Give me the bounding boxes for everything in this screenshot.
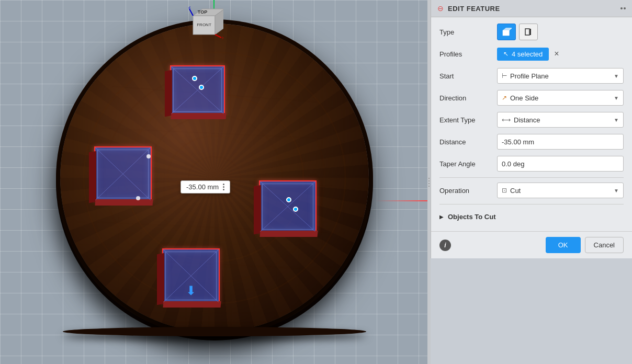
svg-rect-33	[525, 29, 529, 35]
direction-select-value: One Side	[510, 94, 538, 102]
extent-type-select-value: Distance	[514, 116, 540, 124]
orientation-cube[interactable]: TOP FRONT Z X	[187, 6, 223, 40]
taper-angle-input[interactable]	[497, 156, 624, 172]
down-arrow-icon: ⬇	[186, 283, 196, 298]
extent-type-select-text: ⟷ Distance	[502, 116, 614, 124]
type-button-extrude[interactable]	[497, 24, 516, 40]
type-label: Type	[439, 28, 497, 36]
svg-line-5	[189, 9, 193, 16]
taper-angle-row: Taper Angle	[439, 155, 624, 172]
profiles-button[interactable]: ↖ 4 selected	[497, 48, 549, 61]
collapsible-arrow-icon: ▶	[439, 214, 444, 220]
profiles-selected-text: 4 selected	[512, 50, 543, 58]
svg-text:X: X	[222, 36, 223, 40]
3d-viewport[interactable]: TOP FRONT Z X	[0, 0, 427, 364]
distance-row: Distance	[439, 133, 624, 150]
distance-value	[497, 134, 624, 150]
table-disc: ⬇	[60, 24, 369, 332]
extent-type-dropdown-arrow: ▼	[614, 117, 619, 123]
panel-title: EDIT FEATURE	[448, 5, 616, 13]
start-select-text: ⊢ Profile Plane	[502, 72, 614, 80]
disc-dot	[146, 154, 151, 158]
start-dropdown-arrow: ▼	[614, 73, 619, 79]
operation-select-text: ⊡ Cut	[502, 187, 614, 195]
measurement-value: -35.00 mm	[186, 183, 219, 191]
direction-label: Direction	[439, 94, 497, 102]
panel-footer: i OK Cancel	[431, 231, 632, 258]
panel-header: ⊖ EDIT FEATURE	[431, 0, 632, 17]
measurement-menu-button[interactable]	[223, 184, 224, 190]
extent-type-select[interactable]: ⟷ Distance ▼	[497, 112, 624, 128]
objects-to-cut-row[interactable]: ▶ Objects To Cut	[439, 209, 624, 225]
footer-buttons: OK Cancel	[546, 237, 624, 253]
svg-rect-29	[503, 30, 509, 36]
ok-button[interactable]: OK	[546, 237, 581, 253]
panel-overflow-button[interactable]	[620, 7, 626, 9]
operation-dropdown-arrow: ▼	[614, 188, 619, 194]
distance-input[interactable]	[497, 134, 624, 150]
extent-type-row: Extent Type ⟷ Distance ▼	[439, 111, 624, 128]
direction-select-text: ↗ One Side	[502, 94, 614, 102]
svg-line-7	[215, 35, 221, 38]
profiles-clear-button[interactable]: ×	[552, 49, 561, 59]
svg-line-17	[102, 128, 327, 139]
distance-label: Distance	[439, 138, 497, 146]
operation-value: ⊡ Cut ▼	[497, 183, 624, 198]
profile-right	[259, 180, 317, 233]
svg-text:TOP: TOP	[198, 9, 207, 15]
panel-content: Type	[431, 17, 632, 231]
svg-point-14	[167, 136, 262, 220]
disc-dot	[136, 196, 140, 200]
start-label: Start	[439, 72, 497, 80]
direction-value: ↗ One Side ▼	[497, 90, 624, 106]
profile-left	[94, 146, 152, 201]
start-select[interactable]: ⊢ Profile Plane ▼	[497, 68, 624, 84]
type-row: Type	[439, 24, 624, 40]
svg-text:Z: Z	[188, 6, 191, 9]
taper-angle-label: Taper Angle	[439, 160, 497, 168]
type-value	[497, 24, 624, 40]
start-select-value: Profile Plane	[510, 72, 549, 80]
operation-label: Operation	[439, 187, 497, 195]
taper-angle-value	[497, 156, 624, 172]
operation-select[interactable]: ⊡ Cut ▼	[497, 183, 624, 198]
type-button-revolve[interactable]	[519, 24, 538, 40]
operation-select-value: Cut	[510, 187, 521, 195]
profile-plane-icon: ⊢	[502, 72, 507, 79]
divider-2	[439, 204, 624, 204]
start-value: ⊢ Profile Plane ▼	[497, 68, 624, 84]
direction-dropdown-arrow: ▼	[614, 95, 619, 101]
profile-bottom: ⬇	[162, 248, 220, 303]
operation-row: Operation ⊡ Cut ▼	[439, 182, 624, 199]
distance-icon: ⟷	[502, 116, 511, 123]
profile-top	[170, 65, 225, 115]
divider-1	[439, 177, 624, 178]
direction-row: Direction ↗ One Side ▼	[439, 89, 624, 106]
edit-feature-icon: ⊖	[437, 4, 444, 13]
profiles-label: Profiles	[439, 50, 497, 58]
extent-type-value: ⟷ Distance ▼	[497, 112, 624, 128]
measurement-tooltip[interactable]: -35.00 mm	[180, 180, 230, 194]
cursor-icon: ↖	[503, 50, 509, 58]
objects-to-cut-label: Objects To Cut	[448, 213, 495, 221]
cancel-button[interactable]: Cancel	[585, 237, 624, 253]
extent-type-label: Extent Type	[439, 116, 497, 124]
svg-text:FRONT: FRONT	[197, 22, 211, 27]
profiles-row: Profiles ↖ 4 selected ×	[439, 46, 624, 62]
info-icon[interactable]: i	[439, 240, 451, 251]
direction-select[interactable]: ↗ One Side ▼	[497, 90, 624, 106]
profiles-value: ↖ 4 selected ×	[497, 48, 624, 61]
start-row: Start ⊢ Profile Plane ▼	[439, 67, 624, 84]
panel-drag-handle[interactable]	[427, 0, 431, 364]
direction-icon: ↗	[502, 94, 507, 101]
cut-icon: ⊡	[502, 187, 507, 194]
